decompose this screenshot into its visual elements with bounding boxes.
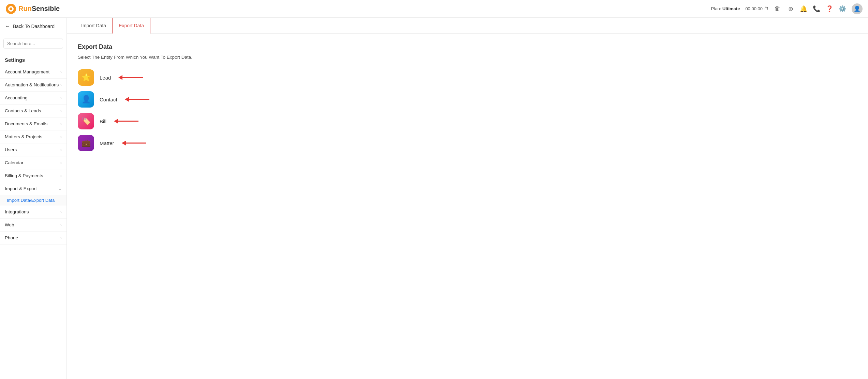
contact-label: Contact [100,97,117,102]
chevron-right-icon: › [60,109,62,113]
lead-arrow [119,75,146,80]
back-to-dashboard[interactable]: ← Back To Dashboard [0,18,67,35]
entity-row-lead[interactable]: ⭐ Lead [78,69,857,86]
back-label: Back To Dashboard [13,24,55,29]
app-header: RunSensible Plan: Ultimate 00:00:00 ⏱ 🗑 … [0,0,868,18]
red-arrow-icon [115,118,142,124]
search-box [0,35,67,52]
timer-display[interactable]: 00:00:00 ⏱ [745,6,768,11]
logo-icon [5,3,16,14]
sidebar-item-import-export[interactable]: Import & Export ⌄ [0,182,67,195]
sidebar-item-calendar[interactable]: Calendar › [0,156,67,169]
automation-notifications-label: Automation & Notifications [5,82,59,87]
back-arrow-icon: ← [5,23,10,29]
sidebar-item-account-management[interactable]: Account Management › [0,66,67,79]
chevron-right-icon: › [60,135,62,139]
chevron-right-icon: › [60,148,62,152]
matter-label: Matter [100,140,114,146]
sidebar-item-billing-payments[interactable]: Billing & Payments › [0,169,67,182]
entity-row-bill[interactable]: 🏷️ Bill [78,113,857,129]
accounting-label: Accounting [5,95,28,100]
settings-title: Settings [0,52,67,66]
settings-icon[interactable]: ⚙️ [839,5,846,13]
sidebar-subitem-import-export-data[interactable]: Import Data/Export Data [0,195,67,206]
bill-arrow [115,118,142,124]
account-management-label: Account Management [5,69,49,74]
sidebar-item-users[interactable]: Users › [0,143,67,156]
chevron-right-icon: › [60,122,62,126]
lead-icon: ⭐ [78,69,94,86]
bill-icon: 🏷️ [78,113,94,129]
matter-arrow [122,140,150,146]
main-content: Import Data Export Data Export Data Sele… [67,18,868,379]
search-input[interactable] [3,39,63,48]
chevron-right-icon: › [60,160,62,165]
chevron-right-icon: › [60,96,62,100]
chevron-right-icon: › [60,83,62,87]
sidebar: ← Back To Dashboard Settings Account Man… [0,18,67,379]
chevron-right-icon: › [60,173,62,178]
page-title: Export Data [78,43,857,51]
svg-point-2 [10,8,12,10]
matters-projects-label: Matters & Projects [5,134,42,139]
phone-icon[interactable]: 📞 [813,5,820,13]
logo-text: RunSensible [18,5,60,13]
help-icon[interactable]: ❓ [826,5,833,13]
sidebar-item-web[interactable]: Web › [0,219,67,231]
red-arrow-icon [122,140,150,146]
web-label: Web [5,222,14,227]
sidebar-item-documents-emails[interactable]: Documents & Emails › [0,117,67,130]
integrations-label: Integrations [5,209,29,214]
clock-icon: ⏱ [764,6,768,11]
page-subtitle: Select The Entity From Which You Want To… [78,55,857,60]
chevron-right-icon: › [60,70,62,74]
sidebar-item-matters-projects[interactable]: Matters & Projects › [0,130,67,143]
calendar-label: Calendar [5,160,24,165]
plan-info: Plan: Ultimate [711,6,740,11]
red-arrow-icon [126,97,153,102]
sidebar-item-phone[interactable]: Phone › [0,231,67,244]
matter-icon: 💼 [78,135,94,151]
tab-bar: Import Data Export Data [67,18,868,34]
add-icon[interactable]: ⊕ [787,5,794,13]
sidebar-item-contacts-leads[interactable]: Contacts & Leads › [0,104,67,117]
entity-row-matter[interactable]: 💼 Matter [78,135,857,151]
bill-label: Bill [100,118,106,124]
red-arrow-icon [119,75,146,80]
sidebar-item-accounting[interactable]: Accounting › [0,92,67,104]
contact-arrow [126,97,153,102]
users-label: Users [5,147,17,152]
logo[interactable]: RunSensible [5,3,60,14]
chevron-right-icon: › [60,223,62,227]
billing-payments-label: Billing & Payments [5,173,43,178]
phone-label: Phone [5,235,18,240]
entity-row-contact[interactable]: 👤 Contact [78,91,857,108]
avatar[interactable]: 👤 [852,3,863,14]
chevron-right-icon: › [60,236,62,240]
header-right: Plan: Ultimate 00:00:00 ⏱ 🗑 ⊕ 🔔 📞 ❓ ⚙️ 👤 [711,3,863,14]
sidebar-item-integrations[interactable]: Integrations › [0,206,67,219]
chevron-right-icon: › [60,210,62,214]
tab-export-data[interactable]: Export Data [112,18,150,34]
trash-icon[interactable]: 🗑 [774,5,781,13]
documents-emails-label: Documents & Emails [5,121,47,126]
bell-icon[interactable]: 🔔 [800,5,807,13]
entity-list: ⭐ Lead 👤 Contact 🏷️ Bi [78,69,857,151]
contact-icon: 👤 [78,91,94,108]
lead-label: Lead [100,75,111,81]
export-data-content: Export Data Select The Entity From Which… [67,34,868,161]
tab-import-data[interactable]: Import Data [75,18,112,34]
import-export-label: Import & Export [5,186,37,191]
main-layout: ← Back To Dashboard Settings Account Man… [0,18,868,379]
sidebar-item-automation-notifications[interactable]: Automation & Notifications › [0,79,67,92]
chevron-down-icon: ⌄ [58,186,62,191]
contacts-leads-label: Contacts & Leads [5,108,41,113]
